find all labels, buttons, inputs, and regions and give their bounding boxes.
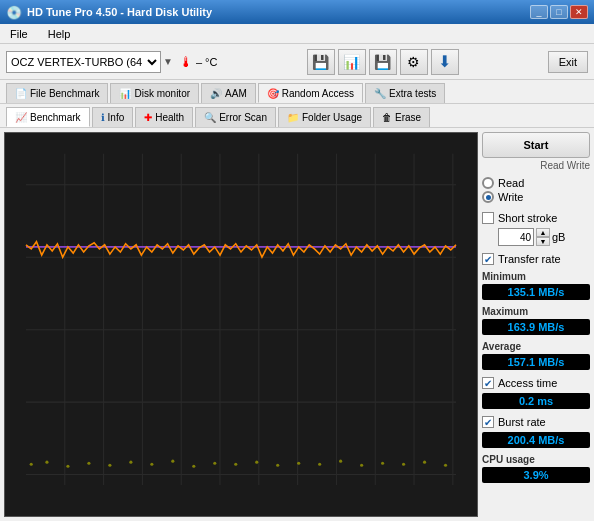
exit-button[interactable]: Exit	[548, 51, 588, 73]
maximum-section: Maximum 163.9 MB/s	[482, 304, 590, 335]
tab-folder-usage[interactable]: 📁 Folder Usage	[278, 107, 371, 127]
average-section: Average 157.1 MB/s	[482, 339, 590, 370]
radio-read-row[interactable]: Read	[482, 177, 590, 189]
svg-point-22	[108, 464, 111, 467]
transfer-rate-label: Transfer rate	[498, 253, 561, 265]
radio-write[interactable]	[482, 191, 494, 203]
svg-point-27	[213, 462, 216, 465]
title-bar-left: 💿 HD Tune Pro 4.50 - Hard Disk Utility	[6, 5, 212, 20]
svg-point-20	[66, 465, 69, 468]
spin-up[interactable]: ▲	[536, 228, 550, 237]
burst-rate-row[interactable]: ✔ Burst rate	[482, 416, 590, 428]
temp-value: – °C	[196, 56, 218, 68]
cpu-usage-section: CPU usage 3.9%	[482, 452, 590, 483]
tabs-inner: 📈 Benchmark ℹ Info ✚ Health 🔍 Error Scan…	[0, 104, 594, 128]
svg-point-32	[318, 463, 321, 466]
start-button[interactable]: Start	[482, 132, 590, 158]
short-stroke-spin-row: ▲ ▼ gB	[498, 228, 590, 246]
svg-point-24	[150, 463, 153, 466]
transfer-rate-checkbox[interactable]: ✔	[482, 253, 494, 265]
tab-file-benchmark[interactable]: 📄 File Benchmark	[6, 83, 108, 103]
radio-read-label: Read	[498, 177, 524, 189]
tabs-outer: 📄 File Benchmark 📊 Disk monitor 🔊 AAM 🎯 …	[0, 80, 594, 104]
erase-icon: 🗑	[382, 112, 392, 123]
disk-monitor-icon: 📊	[119, 88, 131, 99]
minimum-label: Minimum	[482, 271, 590, 282]
spin-buttons: ▲ ▼	[536, 228, 550, 246]
svg-point-18	[30, 463, 33, 466]
access-time-label: Access time	[498, 377, 557, 389]
radio-write-label: Write	[498, 191, 523, 203]
title-buttons: _ □ ✕	[530, 5, 588, 19]
svg-point-31	[297, 462, 300, 465]
tab-extra-tests[interactable]: 🔧 Extra tests	[365, 83, 445, 103]
svg-point-28	[234, 463, 237, 466]
temp-display: 🌡 – °C	[179, 54, 218, 70]
chart-svg	[5, 133, 477, 516]
menu-file[interactable]: File	[6, 28, 32, 40]
svg-point-21	[87, 462, 90, 465]
btn-hdd1[interactable]: 💾	[307, 49, 335, 75]
svg-rect-0	[5, 133, 477, 516]
burst-rate-value: 200.4 MB/s	[482, 432, 590, 448]
benchmark-icon: 📈	[15, 112, 27, 123]
svg-point-36	[402, 463, 405, 466]
access-time-row[interactable]: ✔ Access time	[482, 377, 590, 389]
short-stroke-input[interactable]	[498, 228, 534, 246]
maximum-value: 163.9 MB/s	[482, 319, 590, 335]
random-access-icon: 🎯	[267, 88, 279, 99]
thermometer-icon: 🌡	[179, 54, 193, 70]
btn-down[interactable]: ⬇	[431, 49, 459, 75]
access-time-value: 0.2 ms	[482, 393, 590, 409]
transfer-rate-row[interactable]: ✔ Transfer rate	[482, 253, 590, 265]
svg-point-38	[444, 464, 447, 467]
app-icon: 💿	[6, 5, 22, 20]
minimum-value: 135.1 MB/s	[482, 284, 590, 300]
btn-hdd2[interactable]: 📊	[338, 49, 366, 75]
dropdown-arrow-icon: ▼	[163, 56, 173, 67]
short-stroke-checkbox[interactable]	[482, 212, 494, 224]
short-stroke-row[interactable]: Short stroke	[482, 212, 590, 224]
burst-rate-label: Burst rate	[498, 416, 546, 428]
tab-benchmark[interactable]: 📈 Benchmark	[6, 107, 90, 127]
maximize-button[interactable]: □	[550, 5, 568, 19]
btn-options[interactable]: ⚙	[400, 49, 428, 75]
svg-point-26	[192, 465, 195, 468]
svg-point-29	[255, 461, 258, 464]
burst-rate-checkbox[interactable]: ✔	[482, 416, 494, 428]
menu-help[interactable]: Help	[44, 28, 75, 40]
minimize-button[interactable]: _	[530, 5, 548, 19]
menu-bar: File Help	[0, 24, 594, 44]
svg-point-30	[276, 464, 279, 467]
radio-group: Read Write	[482, 175, 590, 205]
right-panel: Start Read Write Read Write Short stroke…	[482, 132, 590, 517]
tab-disk-monitor[interactable]: 📊 Disk monitor	[110, 83, 199, 103]
error-scan-icon: 🔍	[204, 112, 216, 123]
radio-write-row[interactable]: Write	[482, 191, 590, 203]
health-icon: ✚	[144, 112, 152, 123]
tab-error-scan[interactable]: 🔍 Error Scan	[195, 107, 276, 127]
folder-usage-icon: 📁	[287, 112, 299, 123]
tab-aam[interactable]: 🔊 AAM	[201, 83, 256, 103]
main-content: MB/s ms 200 150 100 50 40 30 20 10 0 6 1…	[0, 128, 594, 521]
cpu-usage-value: 3.9%	[482, 467, 590, 483]
info-icon: ℹ	[101, 112, 105, 123]
average-label: Average	[482, 341, 590, 352]
svg-point-23	[129, 461, 132, 464]
access-time-checkbox[interactable]: ✔	[482, 377, 494, 389]
svg-point-25	[171, 460, 174, 463]
tab-info[interactable]: ℹ Info	[92, 107, 134, 127]
title-bar: 💿 HD Tune Pro 4.50 - Hard Disk Utility _…	[0, 0, 594, 24]
svg-point-34	[360, 464, 363, 467]
close-button[interactable]: ✕	[570, 5, 588, 19]
tab-erase[interactable]: 🗑 Erase	[373, 107, 430, 127]
tab-random-access[interactable]: 🎯 Random Access	[258, 83, 363, 103]
drive-select[interactable]: OCZ VERTEX-TURBO (64 gB)	[6, 51, 161, 73]
tab-health[interactable]: ✚ Health	[135, 107, 193, 127]
radio-read[interactable]	[482, 177, 494, 189]
cpu-usage-label: CPU usage	[482, 454, 590, 465]
btn-save[interactable]: 💾	[369, 49, 397, 75]
aam-icon: 🔊	[210, 88, 222, 99]
spin-down[interactable]: ▼	[536, 237, 550, 246]
read-write-label: Read Write	[482, 160, 590, 171]
